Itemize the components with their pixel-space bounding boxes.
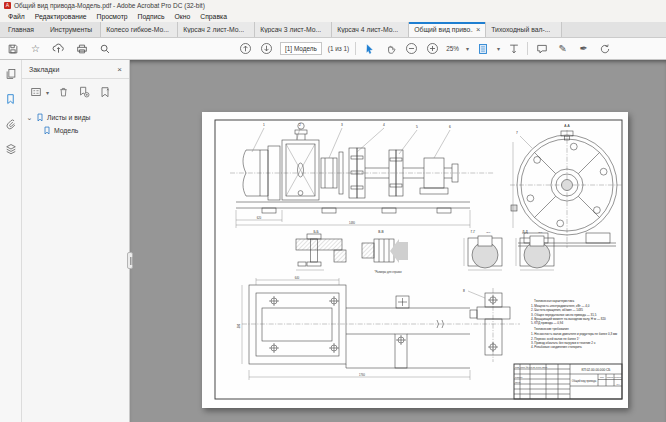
svg-text:(2:1): (2:1)	[538, 231, 543, 233]
zoom-caret-icon[interactable]: ▾	[466, 45, 469, 52]
tab-home[interactable]: Главная	[0, 22, 42, 37]
save-icon[interactable]	[5, 41, 20, 56]
page-count-label: (1 из 1)	[328, 45, 349, 52]
sign-pen-icon[interactable]: ✒	[576, 41, 591, 56]
acrobat-logo-icon	[4, 2, 11, 9]
previous-page-icon[interactable]	[238, 41, 253, 56]
svg-text:Г-Г: Г-Г	[471, 230, 476, 234]
svg-text:620: 620	[257, 216, 262, 220]
toolbar-separator	[355, 42, 356, 55]
bookmark-label: Модель	[54, 127, 78, 134]
menu-sign[interactable]: Подпись	[133, 13, 170, 20]
svg-text:1:4: 1:4	[616, 383, 620, 385]
bookmarks-panel-icon[interactable]	[4, 92, 18, 106]
menu-help[interactable]: Справка	[195, 13, 232, 20]
search-icon[interactable]	[97, 41, 112, 56]
svg-text:640: 640	[295, 276, 300, 280]
tab-doc-tihohodny-val[interactable]: Тихоходный вал-...	[485, 22, 562, 37]
content-area: Закладки × ▾ ⌄	[0, 60, 666, 422]
share-cloud-icon[interactable]	[51, 41, 66, 56]
print-icon[interactable]	[74, 41, 89, 56]
svg-text:6: 6	[449, 125, 451, 129]
bookmark-label: Листы и виды	[47, 114, 91, 121]
detail-section-2: В-В *Размеры для справок	[362, 230, 408, 274]
tab-doc-koleso[interactable]: Колесо гибкое-Мо...	[100, 22, 177, 37]
tab-doc-kursach3[interactable]: Курсач 3 лист-Мо...	[254, 22, 331, 37]
navigation-icon-strip	[0, 60, 22, 422]
svg-text:2: 2	[299, 123, 301, 127]
frame-plan-view: 8 640 580 1760	[237, 276, 521, 381]
svg-text:Общий вид привода: Общий вид привода	[572, 379, 597, 383]
pdf-page: 1 2 3 4 5 6 1480 620	[202, 112, 628, 408]
page-display-caret-icon[interactable]: ▾	[497, 45, 500, 52]
zoom-level-value[interactable]: 25%	[446, 45, 459, 52]
fit-width-icon[interactable]	[506, 41, 521, 56]
panel-resize-grip[interactable]	[127, 252, 133, 269]
svg-text:Пров.: Пров.	[515, 381, 521, 383]
layers-icon[interactable]	[4, 142, 18, 156]
svg-text:А-А: А-А	[564, 124, 570, 128]
svg-text:7: 7	[516, 131, 518, 135]
page-number-field[interactable]: [1] Модель	[280, 42, 322, 55]
acrobat-window: Общий вид привода-Модель.pdf - Adobe Acr…	[0, 0, 666, 422]
zoom-in-icon[interactable]	[425, 41, 440, 56]
stamp-tools-icon[interactable]	[597, 41, 612, 56]
select-tool-icon[interactable]	[362, 41, 377, 56]
svg-text:(2:1): (2:1)	[486, 231, 491, 233]
toolbar-separator	[527, 42, 528, 55]
edit-pencil-icon[interactable]: ✎	[555, 41, 570, 56]
svg-text:КП 02.00.00.000 СБ: КП 02.00.00.000 СБ	[582, 368, 611, 372]
svg-text:Б-Б: Б-Б	[313, 230, 318, 234]
title-bar: Общий вид привода-Модель.pdf - Adobe Acr…	[0, 0, 666, 11]
bookmarks-panel-title: Закладки	[29, 66, 59, 73]
bookmark-options-caret-icon[interactable]: ▾	[46, 89, 49, 96]
chevron-down-icon[interactable]: ⌄	[26, 114, 33, 122]
favorites-star-icon[interactable]: ☆	[28, 41, 43, 56]
title-block: КП 02.00.00.000 СБ Общий вид привода Лит…	[514, 364, 622, 399]
next-page-icon[interactable]	[259, 41, 274, 56]
svg-text:*Размеры для справок: *Размеры для справок	[374, 270, 402, 274]
svg-text:1760: 1760	[359, 373, 365, 377]
tab-doc-obshiy-vid-active[interactable]: Общий вид приво... ×	[408, 22, 485, 37]
svg-text:Д-Д: Д-Д	[522, 230, 528, 234]
svg-text:Масса: Масса	[607, 376, 614, 378]
page-thumbnails-icon[interactable]	[4, 67, 18, 81]
drawing-frame	[215, 120, 622, 399]
window-title: Общий вид привода-Модель.pdf - Adobe Acr…	[14, 2, 205, 9]
document-view-area[interactable]: 1 2 3 4 5 6 1480 620	[130, 60, 666, 422]
menu-view[interactable]: Просмотр	[92, 13, 133, 20]
page-display-icon[interactable]	[475, 41, 490, 56]
tab-close-icon[interactable]: ×	[476, 25, 480, 34]
bookmark-icon	[36, 113, 44, 122]
attachments-paperclip-icon[interactable]	[4, 117, 18, 131]
tab-doc-kursach2[interactable]: Курсач 2 лист-Мо...	[177, 22, 254, 37]
notes-header: Технические требования	[534, 327, 621, 331]
svg-text:1480: 1480	[349, 221, 355, 225]
svg-text:Разраб.: Разраб.	[515, 376, 523, 378]
comment-icon[interactable]	[534, 41, 549, 56]
bookmark-options-icon[interactable]	[29, 85, 43, 99]
menu-edit[interactable]: Редактирование	[30, 13, 92, 20]
menu-window[interactable]: Окно	[169, 13, 195, 20]
panel-close-icon[interactable]: ×	[117, 65, 122, 74]
bookmark-item-model[interactable]: Модель	[26, 124, 125, 137]
technical-notes: Техническая характеристика 1. Мощность э…	[528, 297, 621, 349]
main-assembly-view: 1 2 3 4 5 6 1480 620	[230, 123, 494, 228]
tab-doc-kursach4[interactable]: Курсач 4 лист-Мо...	[331, 22, 408, 37]
svg-text:1: 1	[263, 123, 265, 127]
svg-text:Изм. Лист № докум. Подп. Дат: Изм. Лист № докум. Подп. Дата	[515, 366, 548, 368]
zoom-out-icon[interactable]	[404, 41, 419, 56]
technical-drawing: 1 2 3 4 5 6 1480 620	[202, 112, 628, 408]
delete-bookmark-trash-icon[interactable]	[56, 85, 70, 99]
tab-tools[interactable]: Инструменты	[42, 22, 100, 37]
notes-header: Техническая характеристика	[534, 299, 621, 303]
menu-file[interactable]: Файл	[3, 13, 30, 20]
bookmark-item-sheets[interactable]: ⌄ Листы и виды	[26, 111, 125, 124]
highlight-bookmark-icon[interactable]	[98, 85, 112, 99]
bookmarks-tree: ⌄ Листы и виды Модель	[22, 105, 129, 143]
new-bookmark-icon[interactable]	[77, 85, 91, 99]
svg-text:8: 8	[463, 289, 465, 293]
hand-tool-icon[interactable]	[383, 41, 398, 56]
svg-text:В-В: В-В	[378, 230, 383, 234]
bookmark-icon	[43, 126, 51, 135]
